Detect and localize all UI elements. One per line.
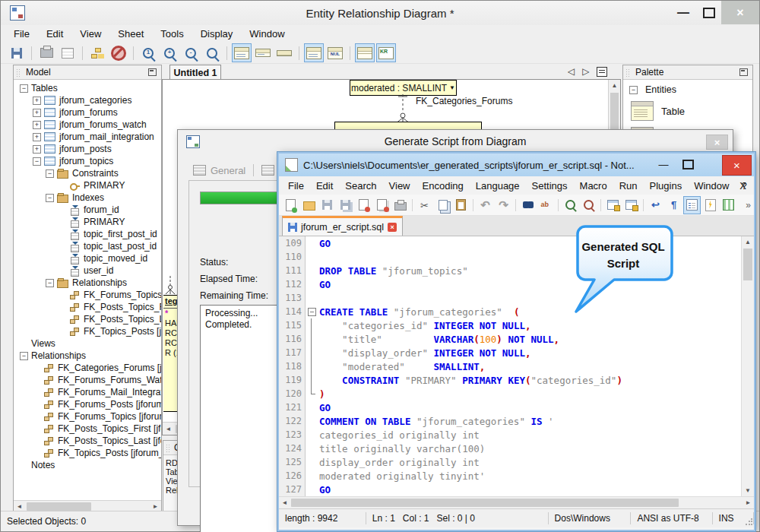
view-attributes-icon[interactable] (232, 43, 252, 62)
code-editor[interactable]: 109GO110111DROP TABLE "jforum_topics"112… (279, 236, 754, 496)
menu-display[interactable]: Display (192, 26, 242, 42)
show-symbols-icon[interactable]: ¶ (665, 196, 682, 214)
tree-expander-icon[interactable]: + (33, 145, 41, 154)
tree-expander-icon[interactable]: − (46, 279, 54, 287)
view-keys-icon[interactable] (355, 43, 375, 62)
notepad-menu-window[interactable]: Window (688, 178, 735, 194)
scroll-up-icon[interactable]: ▲ (609, 80, 620, 91)
tree-item[interactable]: −Relationships (14, 277, 161, 289)
menu-window[interactable]: Window (241, 26, 293, 42)
tab-list-icon[interactable] (597, 67, 607, 77)
tree-expander-icon[interactable]: − (46, 169, 54, 178)
tree-expander-icon[interactable]: − (20, 84, 28, 93)
tree-item[interactable]: topic_last_post_id (14, 240, 161, 252)
sync-vertical-icon[interactable] (604, 196, 622, 214)
editor-hscrollbar[interactable]: ◄ ► (279, 496, 754, 508)
tab-second-icon[interactable] (261, 165, 274, 176)
prev-tab-icon[interactable]: ◁ (568, 66, 575, 77)
zoom-out-icon[interactable] (580, 196, 597, 214)
view-types-icon[interactable] (304, 43, 324, 62)
word-wrap-icon[interactable]: ↩ (647, 196, 664, 214)
zoom-in-icon[interactable] (562, 196, 579, 214)
tree-item[interactable]: PRIMARY (14, 216, 161, 228)
line-numbers-icon[interactable] (683, 196, 701, 214)
float-panel-icon[interactable] (739, 68, 748, 76)
copy-icon[interactable] (434, 196, 451, 214)
tree-item[interactable]: FK_Categories_Forums [jfor (14, 362, 161, 374)
tree-item[interactable]: +jforum_mail_integration (14, 131, 161, 143)
close-all-icon[interactable] (373, 196, 391, 214)
close-button[interactable]: × (721, 1, 759, 24)
menu-file[interactable]: File (5, 26, 38, 42)
collapse-icon[interactable]: − (629, 86, 638, 94)
tree-item[interactable]: FK_Forums_Mail_Integration (14, 386, 161, 398)
scroll-thumb[interactable] (27, 502, 91, 511)
tree-item[interactable]: −jforum_topics (14, 155, 161, 167)
tree-item[interactable]: FK_Forums_Forums_Watch (14, 374, 161, 386)
find-icon[interactable] (519, 196, 537, 214)
scroll-thumb[interactable] (743, 249, 752, 280)
tree-expander-icon[interactable]: − (46, 194, 54, 202)
tree-expander-icon[interactable]: + (33, 133, 41, 141)
auto-layout-icon[interactable] (87, 43, 107, 62)
tree-item[interactable]: FK_Posts_Topics_Last [jforu (14, 435, 161, 447)
tree-item[interactable]: −Indexes (14, 192, 161, 204)
tab-general[interactable]: General (193, 165, 245, 176)
scroll-left-icon[interactable]: ◄ (163, 423, 174, 435)
minimize-button[interactable]: — (652, 156, 675, 173)
view-compact-icon[interactable] (253, 43, 273, 62)
notepad-menu-encoding[interactable]: Encoding (416, 178, 470, 194)
tree-item[interactable]: +jforum_forums (14, 106, 161, 119)
tree-item[interactable]: PRIMARY (14, 179, 161, 192)
tree-item[interactable]: Notes (14, 459, 161, 471)
tree-item[interactable]: FK_Forums_Posts [jforum_f (14, 398, 161, 410)
tree-item[interactable]: user_id (14, 264, 161, 277)
tree-item[interactable]: topic_first_post_id (14, 228, 161, 240)
scroll-thumb[interactable] (610, 93, 619, 135)
resize-grip[interactable] (745, 518, 752, 526)
tree-item[interactable]: FK_Posts_Topics_First [jforu (14, 423, 161, 435)
tab-close-icon[interactable]: × (388, 223, 397, 232)
cut-icon[interactable] (416, 196, 433, 214)
macro-playback-icon[interactable] (701, 196, 719, 214)
diagram-tab[interactable]: Untitled 1 (169, 65, 221, 80)
tree-item[interactable]: FK_Forums_Topics [jforum_ (14, 410, 161, 423)
save-icon[interactable] (318, 196, 336, 214)
fold-start-icon[interactable] (306, 305, 317, 318)
tree-item[interactable]: FK_Forums_Topics [ (14, 289, 161, 301)
print-icon[interactable] (391, 196, 409, 214)
print-icon[interactable] (36, 43, 56, 62)
toolbar-overflow-icon[interactable]: » (746, 200, 751, 211)
tree-item[interactable]: FK_Posts_Topics_Fir (14, 301, 161, 313)
tree-item[interactable]: +jforum_categories (14, 94, 161, 106)
next-tab-icon[interactable]: ▷ (582, 66, 589, 77)
scroll-right-icon[interactable]: ► (743, 497, 754, 508)
tree-item[interactable]: −Relationships (14, 350, 161, 362)
tree-item[interactable]: Views (14, 337, 161, 350)
tree-expander-icon[interactable]: + (33, 109, 41, 117)
disable-icon[interactable] (109, 43, 128, 62)
save-all-icon[interactable] (337, 196, 354, 214)
zoom-out-icon[interactable]: - (181, 43, 201, 62)
close-button[interactable]: × (722, 155, 752, 176)
notepad-menu-x[interactable]: X (739, 180, 746, 192)
grid-icon[interactable] (58, 43, 78, 62)
menu-view[interactable]: View (71, 26, 109, 42)
zoom-in-icon[interactable]: + (160, 43, 179, 62)
close-icon[interactable] (355, 196, 372, 214)
notepad-menu-file[interactable]: File (282, 178, 310, 194)
tree-expander-icon[interactable]: + (33, 97, 41, 105)
menu-edit[interactable]: Edit (38, 26, 71, 42)
view-header-icon[interactable] (274, 43, 294, 62)
tree-item[interactable]: FK_Topics_Posts [jforum_to (14, 447, 161, 459)
save-icon[interactable] (7, 43, 27, 62)
scroll-thumb[interactable] (291, 499, 679, 507)
notepad-menu-search[interactable]: Search (339, 178, 382, 194)
palette-item-table[interactable]: Table (623, 98, 752, 124)
menu-tools[interactable]: Tools (152, 26, 192, 42)
maximize-button[interactable] (697, 1, 721, 24)
tree-expander-icon[interactable]: + (33, 121, 41, 129)
new-file-icon[interactable] (282, 196, 299, 214)
redo-icon[interactable]: ↷ (495, 196, 512, 214)
scroll-down-icon[interactable]: ▼ (742, 485, 754, 496)
